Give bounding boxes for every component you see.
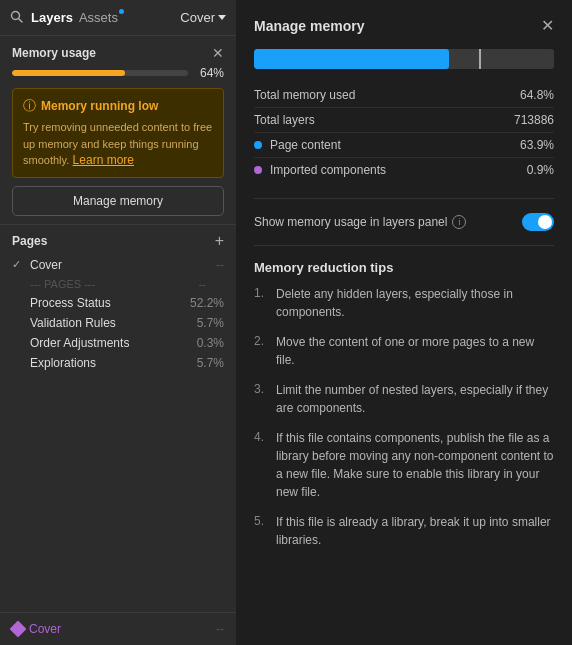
- divider: [254, 198, 554, 199]
- tip-number: 4.: [254, 429, 268, 444]
- cover-bottom-section: Cover --: [0, 612, 236, 645]
- svg-line-1: [19, 18, 23, 22]
- assets-dot: [119, 9, 124, 14]
- pages-section: Pages + ✓ Cover -- --- PAGES --- -- Proc…: [0, 225, 236, 377]
- add-page-button[interactable]: +: [215, 233, 224, 249]
- memory-warning-box: ⓘ Memory running low Try removing unneed…: [12, 88, 224, 178]
- memory-bar-fill: [254, 49, 449, 69]
- stat-label: Page content: [270, 138, 520, 152]
- separator-label: --- PAGES ---: [30, 278, 95, 290]
- manage-memory-close-button[interactable]: ✕: [541, 16, 554, 35]
- stat-label: Total layers: [254, 113, 514, 127]
- top-bar: Layers Assets Cover: [0, 0, 236, 36]
- page-item-cover[interactable]: ✓ Cover --: [12, 255, 224, 275]
- cover-dash: --: [216, 622, 224, 636]
- stat-row-imported-components: Imported components 0.9%: [254, 158, 554, 182]
- manage-memory-header: Manage memory ✕: [254, 16, 554, 35]
- stat-row-total-memory: Total memory used 64.8%: [254, 83, 554, 108]
- layers-tab[interactable]: Layers: [31, 10, 73, 25]
- stat-value: 63.9%: [520, 138, 554, 152]
- list-item: 3. Limit the number of nested layers, es…: [254, 381, 554, 417]
- manage-memory-title: Manage memory: [254, 18, 364, 34]
- tip-text: Delete any hidden layers, especially tho…: [276, 285, 554, 321]
- pages-header: Pages +: [12, 233, 224, 249]
- manage-memory-button[interactable]: Manage memory: [12, 186, 224, 216]
- toggle-knob: [538, 215, 552, 229]
- memory-bar-marker: [479, 49, 481, 69]
- stat-value: 713886: [514, 113, 554, 127]
- stat-label: Imported components: [270, 163, 527, 177]
- stat-row-total-layers: Total layers 713886: [254, 108, 554, 133]
- memory-close-button[interactable]: ✕: [212, 46, 224, 60]
- diamond-icon: [10, 621, 27, 638]
- page-item-order-adjustments[interactable]: Order Adjustments 0.3%: [12, 333, 224, 353]
- tip-number: 5.: [254, 513, 268, 528]
- stat-row-page-content: Page content 63.9%: [254, 133, 554, 158]
- pages-separator: --- PAGES --- --: [12, 275, 224, 293]
- tip-number: 2.: [254, 333, 268, 348]
- tips-title: Memory reduction tips: [254, 260, 554, 275]
- memory-bar-fill: [12, 70, 125, 76]
- toggle-label-wrap: Show memory usage in layers panel i: [254, 215, 466, 229]
- pages-title: Pages: [12, 234, 47, 248]
- page-percentage: 5.7%: [197, 356, 224, 370]
- page-item-explorations[interactable]: Explorations 5.7%: [12, 353, 224, 373]
- page-dash: --: [216, 258, 224, 272]
- warning-title: Memory running low: [41, 99, 158, 113]
- list-item: 2. Move the content of one or more pages…: [254, 333, 554, 369]
- page-name[interactable]: Validation Rules: [30, 316, 193, 330]
- show-memory-toggle-row: Show memory usage in layers panel i: [254, 213, 554, 231]
- manage-memory-panel: Manage memory ✕ Total memory used 64.8% …: [236, 0, 572, 645]
- tip-text: If this file contains components, publis…: [276, 429, 554, 501]
- page-percentage: 0.3%: [197, 336, 224, 350]
- info-icon[interactable]: i: [452, 215, 466, 229]
- page-name[interactable]: Explorations: [30, 356, 193, 370]
- warning-icon: ⓘ: [23, 97, 36, 115]
- page-percentage: 52.2%: [190, 296, 224, 310]
- page-name[interactable]: Order Adjustments: [30, 336, 193, 350]
- check-icon: ✓: [12, 258, 26, 271]
- memory-bar: 64%: [12, 66, 224, 80]
- manage-memory-bar: [254, 49, 554, 69]
- stat-value: 64.8%: [520, 88, 554, 102]
- divider-2: [254, 245, 554, 246]
- memory-usage-title: Memory usage: [12, 46, 96, 60]
- page-name[interactable]: Cover: [30, 258, 212, 272]
- memory-stats-table: Total memory used 64.8% Total layers 713…: [254, 83, 554, 182]
- page-item-process-status[interactable]: Process Status 52.2%: [12, 293, 224, 313]
- memory-bar-background: [12, 70, 188, 76]
- chevron-down-icon: [218, 15, 226, 20]
- tip-text: Limit the number of nested layers, espec…: [276, 381, 554, 417]
- show-memory-toggle[interactable]: [522, 213, 554, 231]
- imported-components-dot: [254, 166, 262, 174]
- list-item: 5. If this file is already a library, br…: [254, 513, 554, 549]
- tip-number: 1.: [254, 285, 268, 300]
- tip-text: If this file is already a library, break…: [276, 513, 554, 549]
- page-content-dot: [254, 141, 262, 149]
- stat-value: 0.9%: [527, 163, 554, 177]
- separator-dash: --: [199, 278, 206, 290]
- cover-page-name[interactable]: Cover: [29, 622, 211, 636]
- search-icon[interactable]: [10, 10, 23, 26]
- warning-header: ⓘ Memory running low: [23, 97, 213, 115]
- list-item: 4. If this file contains components, pub…: [254, 429, 554, 501]
- stat-label: Total memory used: [254, 88, 520, 102]
- tip-number: 3.: [254, 381, 268, 396]
- learn-more-link[interactable]: Learn more: [73, 153, 134, 167]
- list-item: 1. Delete any hidden layers, especially …: [254, 285, 554, 321]
- page-item-validation-rules[interactable]: Validation Rules 5.7%: [12, 313, 224, 333]
- memory-usage-section: Memory usage ✕ 64% ⓘ Memory running low …: [0, 36, 236, 225]
- left-panel: Layers Assets Cover Memory usage ✕ 64% ⓘ…: [0, 0, 236, 645]
- assets-tab[interactable]: Assets: [79, 10, 118, 25]
- cover-item[interactable]: Cover --: [12, 619, 224, 639]
- page-percentage: 5.7%: [197, 316, 224, 330]
- tips-list: 1. Delete any hidden layers, especially …: [254, 285, 554, 549]
- tip-text: Move the content of one or more pages to…: [276, 333, 554, 369]
- toggle-label: Show memory usage in layers panel: [254, 215, 447, 229]
- memory-percentage: 64%: [196, 66, 224, 80]
- cover-tab[interactable]: Cover: [180, 10, 226, 25]
- page-name[interactable]: Process Status: [30, 296, 186, 310]
